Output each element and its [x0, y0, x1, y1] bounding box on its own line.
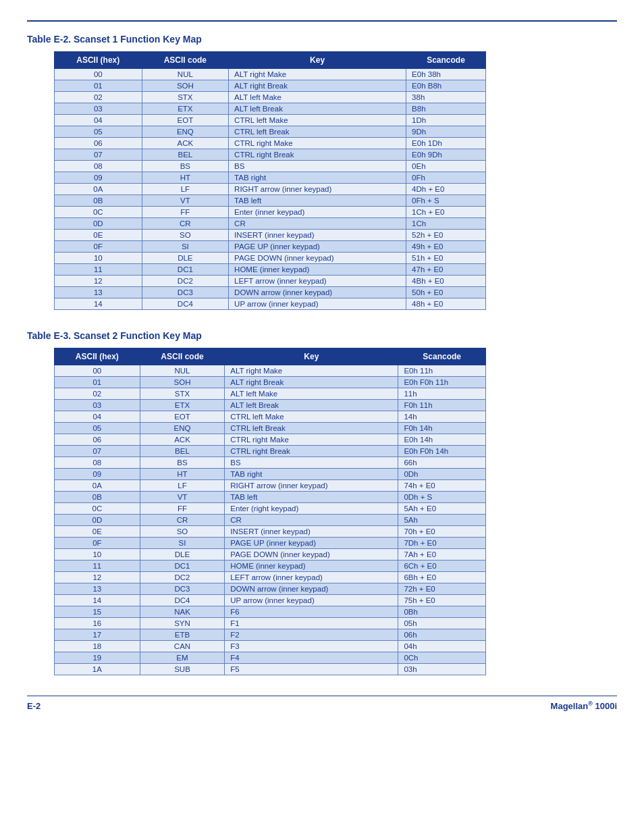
- table-row: 01SOHALT right BreakE0h F0h 11h: [55, 377, 486, 388]
- table-cell: ENQ: [140, 423, 225, 434]
- table-cell: BS: [229, 161, 406, 172]
- table-cell: DOWN arrow (inner keypad): [225, 583, 398, 595]
- table-cell: DLE: [142, 253, 229, 264]
- table-cell: 05: [55, 423, 140, 434]
- table-cell: 09: [55, 172, 142, 184]
- table-cell: 15: [55, 606, 140, 618]
- table-cell: 1Dh: [406, 115, 486, 126]
- table-cell: 06: [55, 138, 142, 149]
- table-cell: 9Dh: [406, 126, 486, 138]
- table-cell: ALT left Break: [229, 103, 406, 115]
- table-cell: EOT: [140, 411, 225, 423]
- table-cell: NAK: [140, 606, 225, 618]
- table-cell: Enter (inner keypad): [229, 207, 406, 218]
- table-cell: E0h F0h 14h: [398, 446, 486, 457]
- table-cell: 02: [55, 92, 142, 103]
- table-cell: DC4: [140, 595, 225, 606]
- table-row: 12DC2LEFT arrow (inner keypad)6Bh + E0: [55, 572, 486, 583]
- table-row: 19EMF40Ch: [55, 652, 486, 664]
- table-cell: 17: [55, 629, 140, 641]
- table-row: 04EOTCTRL left Make14h: [55, 411, 486, 423]
- table-row: 0ALFRIGHT arrow (inner keypad)4Dh + E0: [55, 184, 486, 195]
- table2-title: Table E-3. Scanset 2 Function Key Map: [27, 330, 617, 341]
- table1-header-key: Key: [229, 52, 406, 69]
- table-cell: EOT: [142, 115, 229, 126]
- table-cell: UP arrow (inner keypad): [229, 298, 406, 310]
- table-cell: 08: [55, 457, 140, 469]
- table-cell: 0Fh: [406, 172, 486, 184]
- table-cell: CTRL left Break: [229, 126, 406, 138]
- table-cell: 08: [55, 161, 142, 172]
- table-row: 0CFFEnter (right keypad)5Ah + E0: [55, 503, 486, 515]
- table-cell: 0Bh: [398, 606, 486, 618]
- table-cell: 0Ch: [398, 652, 486, 664]
- table1-header-ascii-code: ASCII code: [142, 52, 229, 69]
- table-cell: 06h: [398, 629, 486, 641]
- table-cell: STX: [142, 92, 229, 103]
- table-cell: 12: [55, 572, 140, 583]
- top-divider: [27, 20, 617, 22]
- table-cell: LEFT arrow (inner keypad): [225, 572, 398, 583]
- table-row: 10DLEPAGE DOWN (inner keypad)51h + E0: [55, 253, 486, 264]
- table-cell: CTRL right Break: [225, 446, 398, 457]
- table-cell: B8h: [406, 103, 486, 115]
- table-cell: CTRL right Break: [229, 149, 406, 161]
- table-cell: UP arrow (inner keypad): [225, 595, 398, 606]
- table-row: 13DC3DOWN arrow (inner keypad)50h + E0: [55, 287, 486, 298]
- table-row: 01SOHALT right BreakE0h B8h: [55, 80, 486, 92]
- table-cell: ETX: [142, 103, 229, 115]
- table-cell: 05h: [398, 618, 486, 629]
- table-cell: 6Bh + E0: [398, 572, 486, 583]
- table-cell: CTRL right Make: [229, 138, 406, 149]
- table-cell: 0C: [55, 207, 142, 218]
- table-row: 0FSIPAGE UP (inner keypad)7Dh + E0: [55, 538, 486, 549]
- table-cell: 0E: [55, 526, 140, 538]
- table-cell: 74h + E0: [398, 480, 486, 492]
- table-cell: F1: [225, 618, 398, 629]
- table-cell: 51h + E0: [406, 253, 486, 264]
- table-row: 18CANF304h: [55, 641, 486, 652]
- table-cell: LF: [140, 480, 225, 492]
- table-cell: 0F: [55, 538, 140, 549]
- table-row: 11DC1HOME (inner keypad)6Ch + E0: [55, 561, 486, 572]
- table-cell: BS: [142, 161, 229, 172]
- table-cell: VT: [142, 195, 229, 207]
- table-row: 0ALFRIGHT arrow (inner keypad)74h + E0: [55, 480, 486, 492]
- table-row: 11DC1HOME (inner keypad)47h + E0: [55, 264, 486, 276]
- table-cell: DOWN arrow (inner keypad): [229, 287, 406, 298]
- table-cell: 0Fh + S: [406, 195, 486, 207]
- table-cell: ALT right Break: [229, 80, 406, 92]
- table-cell: F6: [225, 606, 398, 618]
- table-cell: PAGE DOWN (inner keypad): [229, 253, 406, 264]
- table-cell: 52h + E0: [406, 230, 486, 241]
- table-cell: CTRL left Make: [229, 115, 406, 126]
- table-row: 0ESOINSERT (inner keypad)70h + E0: [55, 526, 486, 538]
- table-cell: 49h + E0: [406, 241, 486, 253]
- table-row: 1ASUBF503h: [55, 664, 486, 675]
- table-row: 14DC4UP arrow (inner keypad)75h + E0: [55, 595, 486, 606]
- table-cell: TAB left: [225, 492, 398, 503]
- table-cell: FF: [142, 207, 229, 218]
- table-cell: 01: [55, 80, 142, 92]
- table-cell: 10: [55, 549, 140, 561]
- table-cell: 04: [55, 115, 142, 126]
- table-cell: CR: [140, 515, 225, 526]
- table-row: 0BVTTAB left0Dh + S: [55, 492, 486, 503]
- table-cell: SOH: [140, 377, 225, 388]
- table-cell: E0h 11h: [398, 365, 486, 377]
- table-cell: CR: [225, 515, 398, 526]
- table-cell: SOH: [142, 80, 229, 92]
- table-cell: NUL: [140, 365, 225, 377]
- table-cell: 7Ah + E0: [398, 549, 486, 561]
- table2: ASCII (hex) ASCII code Key Scancode 00NU…: [54, 348, 486, 675]
- table-cell: PAGE UP (inner keypad): [225, 538, 398, 549]
- table-cell: DC2: [142, 276, 229, 287]
- footer-product-name: Magellan: [551, 701, 589, 711]
- table-cell: SYN: [140, 618, 225, 629]
- table-row: 09HTTAB right0Dh: [55, 469, 486, 480]
- table-cell: TAB right: [225, 469, 398, 480]
- table-row: 05ENQCTRL left BreakF0h 14h: [55, 423, 486, 434]
- table-cell: CTRL left Break: [225, 423, 398, 434]
- table-cell: ALT right Break: [225, 377, 398, 388]
- table2-header-scancode: Scancode: [398, 348, 486, 365]
